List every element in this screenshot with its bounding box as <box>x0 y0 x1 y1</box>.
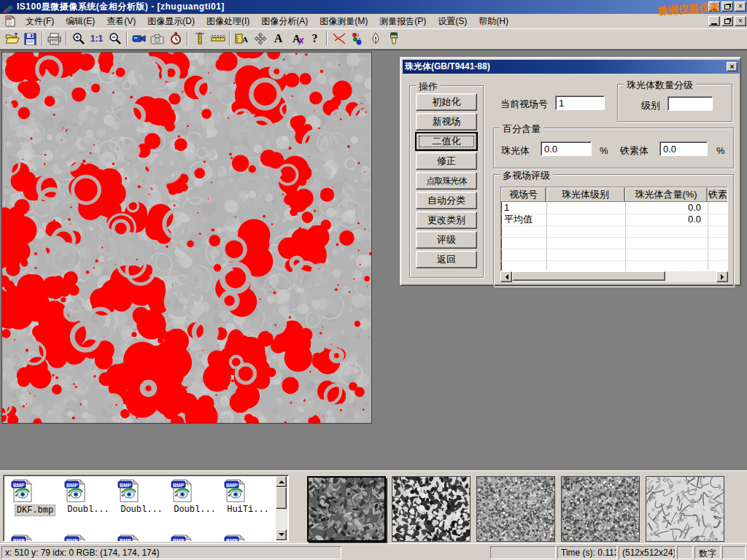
grade-table[interactable]: 视场号 珠光体级别 珠光体含量(%) 铁素 1 0.0 平均值 0.0 <box>500 187 728 271</box>
menu-edit[interactable]: 编辑(E) <box>61 14 100 29</box>
menu-image-analysis[interactable]: 图像分析(A) <box>256 14 313 29</box>
actual-size-icon[interactable]: 1:1 <box>88 30 106 47</box>
file-item[interactable]: BMP Doubl... <box>169 478 220 515</box>
caliper-measure-icon[interactable] <box>190 30 209 47</box>
new-field-button[interactable]: 新视场 <box>416 113 477 131</box>
col-header-ferrite[interactable]: 铁素 <box>708 187 728 202</box>
binarize-button[interactable]: 二值化 <box>416 133 477 150</box>
menu-view[interactable]: 查看(V) <box>101 14 141 29</box>
multi-field-group-label: 多视场评级 <box>500 169 553 182</box>
window-close-button[interactable]: × <box>735 1 746 12</box>
save-icon[interactable] <box>21 30 39 47</box>
text-annotate-icon[interactable]: A <box>269 30 287 47</box>
table-horizontal-scrollbar[interactable] <box>500 271 728 282</box>
pen-tool-icon[interactable] <box>366 30 384 47</box>
zoom-in-icon[interactable] <box>69 30 88 47</box>
col-header-content[interactable]: 珠光体含量(%) <box>625 187 708 202</box>
thumbnail-image[interactable] <box>561 476 640 542</box>
stopwatch-icon[interactable] <box>166 30 185 47</box>
level-input[interactable] <box>667 96 713 111</box>
grading-group-label: 珠光体数量分级 <box>624 79 696 92</box>
window-restore-button[interactable] <box>721 1 733 12</box>
menu-file[interactable]: 文件(F) <box>20 14 59 29</box>
pick-pearlite-button[interactable]: 点取珠光体 <box>416 172 477 190</box>
menu-image-process[interactable]: 图像处理(I) <box>201 14 255 29</box>
status-blank-panel <box>490 546 556 559</box>
bmp-file-icon: BMP <box>63 478 88 503</box>
menu-help[interactable]: 帮助(H) <box>473 14 514 29</box>
open-file-icon[interactable] <box>3 30 21 47</box>
thumbnail-image[interactable] <box>646 476 724 542</box>
scroll-right-button[interactable] <box>716 271 728 282</box>
file-browser[interactable]: BMP DKF.bmp BMP Doubl... BMP Doubl... BM… <box>3 475 289 542</box>
file-item[interactable]: BMP <box>222 534 274 542</box>
current-field-input[interactable] <box>555 96 605 110</box>
menu-settings[interactable]: 设置(S) <box>433 14 472 29</box>
scroll-track[interactable] <box>512 271 716 282</box>
metallographic-image[interactable] <box>1 52 372 424</box>
brush-tool-icon[interactable] <box>384 30 403 47</box>
table-row-content[interactable]: 0.0 <box>625 214 701 225</box>
help-icon[interactable]: ? <box>306 30 324 47</box>
curve-tool-icon[interactable] <box>330 30 348 47</box>
file-name[interactable]: Doubl... <box>172 505 217 515</box>
table-row-field[interactable]: 1 <box>504 202 509 214</box>
file-item[interactable]: BMP <box>63 534 114 542</box>
table-grid-line <box>501 249 727 249</box>
scroll-thumb[interactable] <box>512 271 665 281</box>
file-name[interactable]: Doubl... <box>66 505 111 515</box>
thumbnail-image[interactable] <box>392 476 471 542</box>
file-item[interactable]: BMP Doubl... <box>63 478 114 515</box>
initialize-button[interactable]: 初始化 <box>416 93 477 111</box>
current-field-label: 当前视场号 <box>500 98 548 111</box>
file-name[interactable]: Doubl... <box>119 505 164 515</box>
print-icon[interactable] <box>45 30 63 47</box>
menu-image-measure[interactable]: 图像测量(M) <box>314 14 373 29</box>
camera-capture-icon[interactable] <box>148 30 166 47</box>
file-name[interactable]: HuiTi... <box>225 505 271 515</box>
col-header-field[interactable]: 视场号 <box>501 187 546 202</box>
col-header-level[interactable]: 珠光体级别 <box>546 187 625 202</box>
file-list-scrollbar[interactable] <box>276 476 287 540</box>
video-capture-icon[interactable] <box>130 30 148 47</box>
text-delete-icon[interactable]: A✗ <box>287 30 306 47</box>
scroll-left-button[interactable] <box>500 271 512 282</box>
file-item[interactable]: BMP <box>9 534 61 542</box>
scroll-thumb[interactable] <box>276 487 287 509</box>
phase-classify-icon[interactable]: 13 <box>348 30 366 47</box>
change-class-button[interactable]: 更改类别 <box>416 211 477 229</box>
menu-image-display[interactable]: 图像显示(D) <box>142 14 200 29</box>
dialog-close-button[interactable]: × <box>727 62 738 71</box>
auto-classify-button[interactable]: 自动分类 <box>416 192 477 209</box>
scroll-up-button[interactable] <box>276 476 287 487</box>
file-name[interactable]: DKF.bmp <box>15 505 55 516</box>
zoom-out-icon[interactable] <box>106 30 124 47</box>
child-minimize-button[interactable] <box>708 16 720 26</box>
pearlite-percent-input[interactable] <box>541 141 592 156</box>
correct-button[interactable]: 修正 <box>416 152 477 170</box>
return-button[interactable]: 返回 <box>416 251 477 268</box>
menu-measure-report[interactable]: 测量报告(P) <box>374 14 431 29</box>
table-row-content[interactable]: 0.0 <box>625 202 701 214</box>
scale-calibrate-icon[interactable]: A <box>233 30 251 47</box>
table-row-field[interactable]: 平均值 <box>504 214 533 225</box>
thumbnail-image[interactable] <box>307 476 386 542</box>
svg-text:A: A <box>242 35 248 44</box>
bmp-file-icon: BMP <box>9 534 34 542</box>
child-restore-button[interactable] <box>721 16 733 26</box>
grade-button[interactable]: 评级 <box>416 231 477 249</box>
ferrite-percent-input[interactable] <box>659 141 708 156</box>
svg-text:BMP: BMP <box>173 538 185 542</box>
thumbnail-image[interactable] <box>476 476 555 542</box>
scroll-down-button[interactable] <box>276 529 287 540</box>
file-item[interactable]: BMP DKF.bmp <box>9 478 61 516</box>
ruler-measure-icon[interactable] <box>209 30 227 47</box>
status-image-size: (512x512x24) <box>619 546 676 559</box>
file-item[interactable]: BMP HuiTi... <box>222 478 274 515</box>
toolbar-separator <box>66 31 67 46</box>
move-tool-icon[interactable] <box>251 30 269 47</box>
file-item[interactable]: BMP <box>116 534 167 542</box>
child-close-button[interactable]: × <box>735 16 746 26</box>
file-item[interactable]: BMP Doubl... <box>116 478 167 515</box>
file-item[interactable]: BMP <box>169 534 220 542</box>
